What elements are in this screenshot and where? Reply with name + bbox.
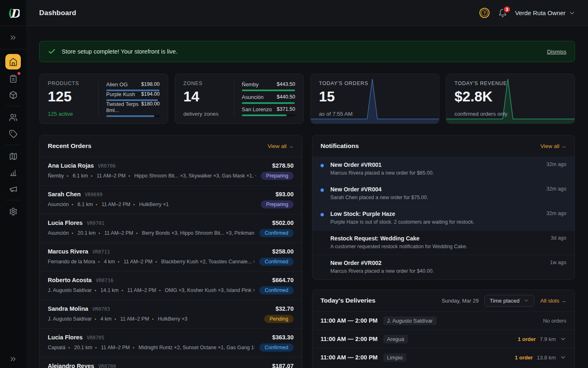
order-amount: $664.70 bbox=[272, 277, 294, 283]
notification-row[interactable]: Restock Request: Wedding Cake 3d ago A c… bbox=[312, 230, 575, 255]
divider bbox=[98, 81, 99, 117]
sidebar-item-tags[interactable] bbox=[5, 126, 21, 141]
order-zone: Capiatá bbox=[48, 345, 65, 350]
status-badge: Preparing bbox=[261, 200, 294, 209]
order-timeslot: 11 AM–2 PM bbox=[97, 173, 126, 179]
app-logo[interactable]: D bbox=[0, 0, 26, 26]
order-row[interactable]: Roberto Acosta VR0716 $664.70 J. Augusto… bbox=[40, 271, 302, 300]
sidebar-item-products[interactable] bbox=[5, 88, 21, 102]
order-items: Midnight Runtz ×2, Sunset Octane ×1, Gas… bbox=[138, 345, 254, 350]
sidebar-item-zones[interactable] bbox=[5, 149, 21, 164]
settings-gear-icon bbox=[9, 207, 18, 216]
notifications-button[interactable]: 3 bbox=[498, 9, 507, 18]
notification-row[interactable]: New Order #VR001 32m ago Marcus Rivera p… bbox=[312, 157, 575, 181]
stat-sub: confirmed orders only bbox=[454, 111, 566, 117]
order-items: Blackberry Kush ×2, Toasties Cannale... … bbox=[161, 259, 255, 265]
order-row[interactable]: Lucia Flores VR0701 $502.00 Asunción• 20… bbox=[40, 214, 302, 242]
delivery-slot-row[interactable]: 11:00 AM — 2:00 PM J. Augusto Saldívar N… bbox=[312, 311, 575, 330]
deliveries-panel: Today's Deliveries Sunday, Mar 29 Time p… bbox=[312, 289, 575, 368]
stat-list-item: Purple Kush $194.00 bbox=[106, 91, 160, 101]
sidebar-item-orders[interactable] bbox=[5, 71, 21, 86]
notification-description: A customer requested restock notificatio… bbox=[330, 244, 548, 249]
order-amount: $32.70 bbox=[276, 305, 294, 312]
notification-time: 3d ago bbox=[551, 235, 566, 242]
item-name: Purple Kush bbox=[106, 91, 135, 97]
order-row[interactable]: Alejandro Reyes VR0700 $187.07 • • • bbox=[40, 357, 302, 368]
stat-label: TODAY'S ORDERS bbox=[319, 81, 431, 86]
sidebar-item-settings[interactable] bbox=[5, 204, 21, 219]
delivery-slot-row[interactable]: 11:00 AM — 2:00 PM Areguá 1 order 7.9 km bbox=[312, 330, 575, 348]
sort-select[interactable]: Time placed bbox=[484, 295, 535, 307]
notification-time: 32m ago bbox=[546, 162, 566, 168]
stat-label: ZONES bbox=[183, 81, 227, 86]
stat-value: 125 bbox=[48, 88, 91, 105]
view-all-notifications-link[interactable]: View all → bbox=[540, 143, 566, 149]
customer-name: Sandra Molina bbox=[48, 305, 88, 312]
order-distance: 6.1 km bbox=[78, 202, 93, 207]
order-row[interactable]: Lucia Flores VR0705 $363.30 Capiatá• 20.… bbox=[40, 328, 302, 357]
user-menu[interactable]: Verde Ruta Owner bbox=[515, 9, 576, 17]
top-products-list: Alien OG $198.00 Purple Kush $194.00 bbox=[106, 81, 160, 117]
order-row[interactable]: Marcus Rivera VR0711 $258.00 Fernando de… bbox=[40, 242, 302, 271]
help-button[interactable]: ? bbox=[479, 7, 490, 18]
sidebar-item-customers[interactable] bbox=[5, 110, 21, 125]
order-meta: J. Augusto Saldívar• 4 km• 11 AM–2 PM• H… bbox=[48, 316, 259, 322]
deliveries-list: 11:00 AM — 2:00 PM J. Augusto Saldívar N… bbox=[312, 311, 575, 366]
order-items: HulkBerry ×3 bbox=[158, 316, 187, 322]
order-zone: Asunción bbox=[48, 230, 69, 236]
customer-name: Lucia Flores bbox=[48, 334, 82, 341]
page-title: Dashboard bbox=[39, 9, 76, 17]
order-id: VR0705 bbox=[87, 335, 104, 341]
dismiss-button[interactable]: Dismiss bbox=[547, 49, 566, 55]
chevron-down-icon[interactable] bbox=[560, 336, 566, 342]
order-timeslot: 11 AM–2 PM bbox=[105, 230, 134, 236]
customers-icon bbox=[9, 113, 18, 122]
order-distance: 4 km bbox=[104, 259, 115, 265]
delivery-slot-row[interactable]: 11:00 AM — 2:00 PM Limpio 1 order 13.8 k… bbox=[312, 348, 575, 366]
status-badge: Confirmed bbox=[259, 286, 294, 294]
sidebar-item-marketing[interactable] bbox=[5, 182, 21, 196]
notifications-panel: Notifications View all → New Order #VR00… bbox=[312, 135, 575, 280]
notification-description: Sarah Chen placed a new order for $75.00… bbox=[330, 195, 543, 200]
progress-bar bbox=[242, 102, 295, 104]
chevron-down-icon[interactable] bbox=[560, 354, 566, 361]
topbar: D Dashboard ? 3 Verde Ruta Owner bbox=[0, 0, 588, 26]
all-slots-link[interactable]: All slots → bbox=[540, 298, 566, 304]
banner-text: Store setup complete! Your storefront is… bbox=[62, 48, 178, 55]
status-badge: Confirmed bbox=[259, 343, 294, 352]
order-id: VR0706 bbox=[98, 163, 116, 169]
view-all-orders-link[interactable]: View all → bbox=[267, 143, 294, 149]
order-row[interactable]: Sarah Chen VR0699 $93.00 Asunción• 6.1 k… bbox=[40, 185, 302, 214]
order-id: VR0711 bbox=[92, 249, 110, 255]
stat-sub: as of 7:55 AM bbox=[319, 111, 431, 117]
notification-time: 32m ago bbox=[546, 211, 566, 217]
stat-value: 15 bbox=[319, 88, 431, 105]
notification-row[interactable]: Low Stock: Purple Haze 32m ago Purple Ha… bbox=[312, 206, 575, 230]
deliveries-date: Sunday, Mar 29 bbox=[441, 298, 479, 304]
order-distance: 6.1 km bbox=[73, 173, 88, 179]
sidebar-collapse-button[interactable] bbox=[5, 352, 21, 366]
order-items: OMG ×3, Kosher Kush ×3, Island Pink ×3, … bbox=[165, 287, 254, 293]
order-amount: $502.00 bbox=[272, 220, 294, 226]
sidebar-item-analytics[interactable] bbox=[5, 165, 21, 180]
order-timeslot: 11 AM–2 PM bbox=[120, 316, 149, 322]
progress-bar bbox=[242, 90, 295, 91]
order-timeslot: 11 AM–2 PM bbox=[124, 259, 153, 265]
notification-description: Marcus Rivera placed a new order for $40… bbox=[330, 268, 547, 274]
notification-row[interactable]: New Order #VR004 32m ago Sarah Chen plac… bbox=[312, 181, 575, 206]
sidebar-item-dashboard[interactable] bbox=[5, 54, 21, 70]
item-price: $180.00 bbox=[141, 101, 160, 113]
order-row[interactable]: Ana Lucia Rojas VR0706 $278.50 Ñemby• 6.… bbox=[40, 157, 302, 185]
customer-name: Alejandro Reyes bbox=[48, 363, 94, 368]
unread-dot bbox=[321, 164, 324, 167]
slot-order-count: 1 order bbox=[515, 355, 533, 361]
sidebar-expand-button[interactable] bbox=[5, 30, 21, 45]
order-amount: $258.00 bbox=[272, 248, 294, 255]
status-badge: Pending bbox=[264, 315, 294, 323]
check-icon bbox=[48, 47, 56, 56]
notification-row[interactable]: New Order #VR002 1w ago Marcus Rivera pl… bbox=[312, 255, 575, 279]
order-row[interactable]: Sandra Molina VR0703 $32.70 J. Augusto S… bbox=[40, 300, 302, 328]
notification-count-badge: 3 bbox=[503, 6, 510, 13]
zone-chip: Areguá bbox=[383, 335, 408, 343]
zone-chip: J. Augusto Saldívar bbox=[383, 316, 437, 325]
